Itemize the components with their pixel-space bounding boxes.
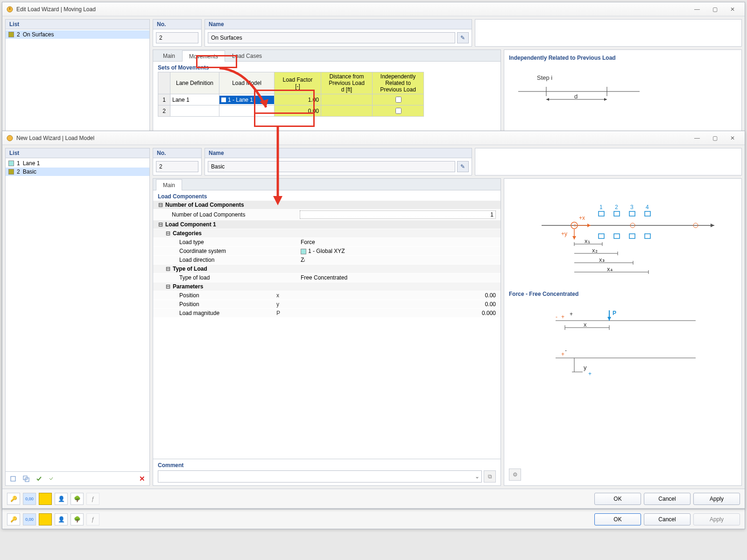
property-grid[interactable]: ⊟Number of Load Components Number of Loa… — [153, 201, 500, 459]
side-blank-1 — [475, 19, 742, 47]
tree-button[interactable]: 🌳 — [70, 513, 84, 525]
no-field-1[interactable] — [156, 32, 198, 43]
color-swatch-icon — [8, 161, 14, 166]
svg-marker-61 — [607, 317, 611, 321]
svg-text:4: 4 — [646, 204, 649, 210]
list-item-label: On Surfaces — [23, 31, 54, 38]
no-field-2[interactable] — [156, 161, 198, 172]
movements-table[interactable]: Lane Definition Load Model Load Factor[-… — [158, 72, 424, 117]
list-item[interactable]: 2 On Surfaces — [6, 30, 149, 39]
row-num: 1 — [158, 94, 170, 105]
list-header-1: List — [6, 20, 149, 29]
footer-1: 🔑 0,00 👤 🌳 ƒ OK Cancel Apply — [2, 509, 745, 529]
col-distance: Distance from Previous Loadd [ft] — [321, 72, 373, 94]
force-diagram-icon: + - + P x + - — [509, 302, 733, 395]
list-item-label: Basic — [23, 168, 36, 175]
comment-library-button[interactable]: ⧉ — [484, 470, 496, 483]
units-button[interactable]: 0,00 — [23, 513, 36, 525]
maximize-button[interactable]: ▢ — [706, 133, 723, 144]
close-button[interactable]: ✕ — [724, 133, 741, 144]
figure-button[interactable]: 👤 — [55, 493, 68, 505]
svg-marker-24 — [587, 224, 591, 227]
svg-rect-40 — [614, 234, 620, 238]
no-group-2: No. — [153, 148, 202, 175]
color-button[interactable] — [39, 493, 52, 505]
edit-name-button[interactable]: ✎ — [457, 32, 469, 43]
cancel-button[interactable]: Cancel — [644, 513, 691, 525]
color-swatch-icon — [8, 169, 14, 175]
ok-button[interactable]: OK — [594, 493, 641, 505]
cancel-button[interactable]: Cancel — [644, 493, 691, 505]
ok-button[interactable]: OK — [594, 513, 641, 525]
svg-rect-30 — [614, 211, 620, 216]
check-button[interactable] — [34, 473, 45, 484]
tab-main-2[interactable]: Main — [156, 179, 182, 190]
svg-text:y: y — [584, 364, 587, 371]
svg-text:+: + — [561, 314, 564, 320]
cell-factor[interactable]: 0.00 — [275, 105, 321, 117]
cell-chk[interactable] — [373, 94, 424, 105]
svg-text:x₂: x₂ — [592, 247, 598, 254]
svg-text:-: - — [565, 347, 567, 354]
help-button[interactable]: 🔑 — [7, 513, 20, 525]
tree-button[interactable]: 🌳 — [70, 493, 84, 505]
new-item-button[interactable] — [7, 473, 19, 484]
maximize-button[interactable]: ▢ — [706, 4, 723, 15]
list-panel-2: List 1 Lane 1 2 Basic ✕ — [5, 148, 150, 486]
svg-rect-42 — [645, 234, 650, 238]
color-swatch-icon — [8, 32, 14, 37]
tab-load-cases[interactable]: Load Cases — [225, 50, 269, 61]
cell-lane[interactable]: Lane 1 — [170, 94, 219, 105]
check-all-button[interactable] — [47, 473, 58, 484]
window-title-2: New Load Wizard | Load Model — [16, 135, 689, 141]
svg-text:x: x — [584, 321, 587, 328]
color-button[interactable] — [39, 513, 52, 525]
svg-text:Step i: Step i — [537, 74, 552, 81]
svg-rect-1 — [9, 7, 10, 10]
edit-name-button[interactable]: ✎ — [457, 161, 469, 172]
help-button[interactable]: 🔑 — [7, 493, 20, 505]
svg-text:x₄: x₄ — [607, 266, 613, 273]
name-label-1: Name — [205, 20, 472, 29]
units-button[interactable]: 0,00 — [23, 493, 36, 505]
minimize-button[interactable]: — — [689, 4, 705, 15]
list-item-num: 2 — [17, 168, 20, 175]
name-field-1[interactable] — [208, 32, 455, 43]
independent-checkbox[interactable] — [395, 108, 402, 114]
name-field-2[interactable] — [208, 161, 455, 172]
apply-button: Apply — [693, 513, 740, 525]
name-label-2: Name — [205, 148, 472, 158]
list-item-num: 2 — [17, 31, 20, 38]
independent-checkbox[interactable] — [395, 97, 402, 103]
footer-2: 🔑 0,00 👤 🌳 ƒ OK Cancel Apply — [2, 489, 745, 508]
list-item-label: Lane 1 — [23, 160, 40, 167]
list-item[interactable]: 2 Basic — [6, 168, 149, 176]
delete-button[interactable]: ✕ — [136, 473, 148, 484]
svg-rect-16 — [11, 476, 15, 481]
svg-text:x₁: x₁ — [585, 238, 590, 245]
list-item[interactable]: 1 Lane 1 — [6, 159, 149, 168]
comment-area: Comment ⌄ ⧉ — [153, 459, 500, 485]
comment-combo[interactable]: ⌄ — [158, 470, 482, 483]
tab-movements[interactable]: Movements — [182, 50, 225, 62]
svg-point-15 — [7, 135, 13, 141]
figure-button[interactable]: 👤 — [55, 513, 68, 525]
cell-factor[interactable]: 1.00 — [275, 94, 321, 105]
col-load-factor: Load Factor[-] — [275, 72, 321, 94]
apply-button[interactable]: Apply — [693, 493, 740, 505]
tab-main[interactable]: Main — [156, 50, 182, 61]
minimize-button[interactable]: — — [689, 133, 705, 144]
diagram-settings-button[interactable]: ⚙ — [509, 469, 521, 481]
no-label-1: No. — [153, 20, 201, 29]
copy-item-button[interactable] — [21, 473, 32, 484]
cell-load-model[interactable]: 1 - Lane 1 — [219, 94, 275, 105]
close-button[interactable]: ✕ — [724, 4, 741, 15]
side-blank-2 — [475, 148, 742, 175]
svg-marker-20 — [711, 224, 714, 227]
cell-dist[interactable] — [321, 94, 373, 105]
svg-text:2: 2 — [615, 204, 618, 210]
num-components-field[interactable] — [300, 210, 496, 219]
svg-text:+y: +y — [561, 231, 567, 237]
svg-rect-32 — [645, 211, 650, 216]
side2-title: Force - Free Concentrated — [509, 291, 737, 297]
